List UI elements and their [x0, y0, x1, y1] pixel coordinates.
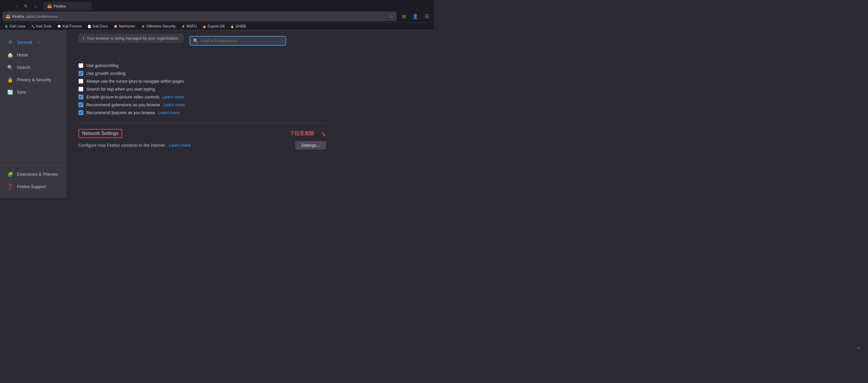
main-layout: ⚙ General ← 🏠 Home 🔍 Search 🔒 Privacy & …	[0, 30, 434, 198]
home-button[interactable]: ⌂	[31, 2, 40, 10]
kali-tools-icon: 🔧	[31, 24, 35, 28]
address-text: 🦊 Firefox about:preferences	[5, 14, 388, 19]
sidebar-bottom: 🧩 Extensions & Themes ❓ Firefox Support	[0, 165, 66, 193]
network-settings-button[interactable]: Settings...	[295, 141, 326, 149]
bookmark-kali-forums[interactable]: 💬 Kali Forums	[55, 24, 84, 29]
help-icon: ❓	[7, 184, 13, 190]
bookmark-offensive-security-label: Offensive Security	[146, 24, 176, 28]
bookmark-kali-linux-label: Kali Linux	[10, 24, 25, 28]
info-icon: ℹ	[83, 36, 84, 40]
smooth-scrolling-label: Use smooth scrolling	[86, 71, 126, 76]
bookmark-msfu[interactable]: ⚡ MSFU	[179, 24, 198, 29]
kali-forums-icon: 💬	[57, 24, 61, 28]
bookmark-ghdb[interactable]: 🔥 GHDB	[228, 24, 248, 29]
address-favicon: 🦊	[5, 14, 10, 19]
managed-notice-text: Your browser is being managed by your or…	[87, 36, 179, 40]
checkbox-cursor-keys: Always use the cursor keys to navigate w…	[79, 77, 326, 85]
sidebar-item-home[interactable]: 🏠 Home	[1, 49, 65, 61]
content-area: ℹ Your browser is being managed by your …	[66, 30, 434, 198]
sidebar-nav: ⚙ General ← 🏠 Home 🔍 Search 🔒 Privacy & …	[0, 35, 66, 165]
sidebar-item-extensions[interactable]: 🧩 Extensions & Themes	[1, 168, 65, 180]
recommend-features-label: Recommend features as you browse	[86, 110, 155, 115]
managed-notice: ℹ Your browser is being managed by your …	[79, 33, 184, 43]
recommend-features-learn-more[interactable]: Learn more	[158, 110, 180, 115]
sidebar-extensions-label: Extensions & Themes	[17, 172, 58, 177]
nav-controls: ← → ↻ ⌂	[2, 2, 40, 10]
sidebar-search-label: Search	[17, 65, 30, 70]
checkbox-list: Use autoscrolling Use smooth scrolling A…	[79, 62, 326, 117]
sidebar-privacy-label: Privacy & Security	[17, 77, 51, 82]
forward-button[interactable]: →	[12, 2, 21, 10]
toolbar-icons: ⊞ 👤 ☰	[399, 11, 432, 21]
cursor-keys-label: Always use the cursor keys to navigate w…	[86, 79, 184, 84]
pref-search-icon: 🔍	[193, 38, 198, 43]
recommend-extensions-checkbox[interactable]	[79, 102, 83, 107]
profile-btn[interactable]: 👤	[410, 11, 420, 21]
bookmark-kali-docs-label: Kali Docs	[93, 24, 108, 28]
tab-bar: ← → ↻ ⌂ 🦊 Firefox	[0, 0, 434, 10]
arrow-annotation: ←	[37, 39, 43, 46]
checkbox-pip: Enable picture-in-picture video controls…	[79, 93, 326, 101]
gear-icon: ⚙	[7, 39, 13, 45]
search-typing-label: Search for text when you start typing	[86, 87, 155, 91]
browser-tab[interactable]: 🦊 Firefox	[43, 2, 92, 10]
content-inner: Use autoscrolling Use smooth scrolling A…	[66, 57, 338, 154]
autoscrolling-checkbox[interactable]	[79, 63, 83, 68]
bookmark-offensive-security[interactable]: ⚡ Offensive Security	[139, 24, 178, 29]
bookmark-nethunter[interactable]: 🎯 NetHunter	[112, 24, 137, 29]
sidebar-support-label: Firefox Support	[17, 184, 46, 189]
checkbox-search-typing: Search for text when you start typing	[79, 85, 326, 93]
sidebar-home-label: Home	[17, 53, 28, 57]
recommend-extensions-learn-more[interactable]: Learn more	[163, 102, 185, 107]
autoscrolling-label: Use autoscrolling	[86, 63, 119, 68]
bookmark-star-icon[interactable]: ☆	[389, 13, 394, 19]
sidebar-item-general[interactable]: ⚙ General ←	[1, 36, 65, 49]
bookmark-kali-tools-label: Kali Tools	[36, 24, 52, 28]
bookmark-exploit-db[interactable]: 🔥 Exploit-DB	[200, 24, 227, 29]
address-path: about:preferences	[26, 14, 58, 19]
smooth-scrolling-checkbox[interactable]	[79, 71, 83, 76]
address-bar[interactable]: 🦊 Firefox about:preferences ☆	[2, 11, 397, 21]
address-bar-row: 🦊 Firefox about:preferences ☆ ⊞ 👤 ☰	[0, 10, 434, 22]
search-typing-checkbox[interactable]	[79, 87, 83, 91]
top-bar: ℹ Your browser is being managed by your …	[66, 30, 434, 51]
extensions-icon: 🧩	[7, 171, 13, 177]
sidebar-general-label: General	[17, 40, 32, 45]
sidebar-item-search[interactable]: 🔍 Search	[1, 61, 65, 73]
section-divider	[79, 123, 326, 123]
address-domain: Firefox	[12, 14, 25, 19]
bookmarks-bar: 🐉 Kali Linux 🔧 Kali Tools 💬 Kali Forums …	[0, 22, 434, 30]
pref-search-input[interactable]	[201, 38, 282, 43]
home-icon: 🏠	[7, 52, 13, 58]
bookmark-kali-linux[interactable]: 🐉 Kali Linux	[2, 24, 27, 29]
pref-search-container[interactable]: 🔍	[189, 36, 286, 46]
tab-label: Firefox	[54, 4, 66, 8]
offensive-security-icon: ⚡	[141, 24, 145, 28]
back-button[interactable]: ←	[2, 2, 11, 10]
recommend-extensions-label: Recommend extensions as you browse	[86, 102, 160, 107]
down-arrow-annotation: ↘	[320, 129, 326, 138]
sidebar-item-sync[interactable]: 🔄 Sync	[1, 86, 65, 98]
network-settings-description: Configure how Firefox connects to the in…	[79, 143, 166, 148]
reload-button[interactable]: ↻	[22, 2, 30, 10]
msfu-icon: ⚡	[181, 24, 185, 28]
checkbox-smooth-scrolling: Use smooth scrolling	[79, 69, 326, 77]
exploit-db-icon: 🔥	[202, 24, 207, 28]
kali-docs-icon: 📄	[87, 24, 91, 28]
sidebar-item-privacy[interactable]: 🔒 Privacy & Security	[1, 74, 65, 86]
bookmark-kali-tools[interactable]: 🔧 Kali Tools	[29, 24, 54, 29]
menu-btn[interactable]: ☰	[422, 11, 432, 21]
network-settings-section: Network Settings 下拉至底部 ↘ Configure how F…	[79, 129, 326, 149]
recommend-features-checkbox[interactable]	[79, 110, 83, 115]
browser-chrome: ← → ↻ ⌂ 🦊 Firefox 🦊 Firefox about:prefer…	[0, 0, 434, 30]
network-settings-learn-more[interactable]: Learn more	[169, 143, 191, 148]
sidebar-item-support[interactable]: ❓ Firefox Support	[1, 181, 65, 193]
pip-learn-more[interactable]: Learn more	[162, 94, 184, 99]
cursor-keys-checkbox[interactable]	[79, 79, 83, 84]
checkbox-recommend-features: Recommend features as you browse Learn m…	[79, 109, 326, 117]
ghdb-icon: 🔥	[230, 24, 234, 28]
bookmark-kali-docs[interactable]: 📄 Kali Docs	[85, 24, 110, 29]
extensions-toolbar-btn[interactable]: ⊞	[399, 11, 409, 21]
network-settings-header: Network Settings 下拉至底部 ↘	[79, 129, 326, 138]
pip-checkbox[interactable]	[79, 94, 83, 99]
